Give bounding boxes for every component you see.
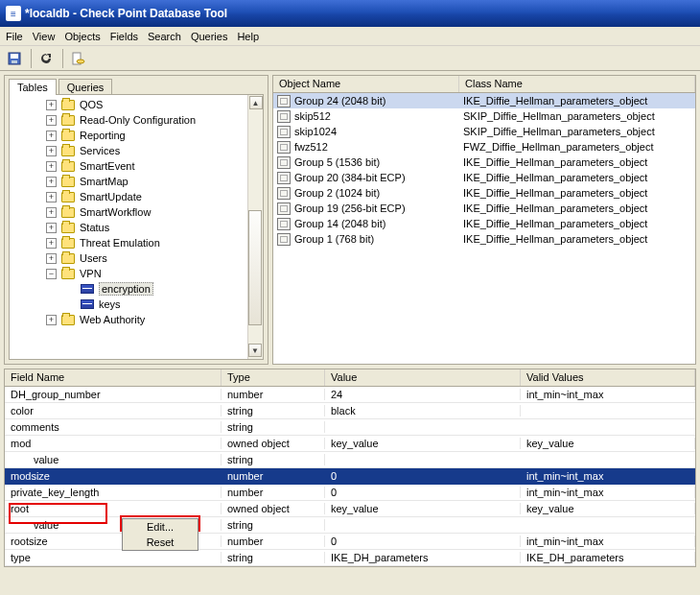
field-grid: Field Name Type Value Valid Values DH_gr… [4, 369, 696, 567]
scroll-down-arrow[interactable]: ▼ [248, 344, 262, 357]
save-button[interactable] [4, 48, 25, 69]
tree-expander[interactable]: − [46, 269, 57, 279]
tree-item[interactable]: +SmartUpdate [12, 189, 261, 204]
tree-item[interactable]: +SmartMap [12, 174, 261, 189]
list-item[interactable]: skip512SKIP_Diffie_Hellman_parameters_ob… [273, 108, 695, 124]
grid-row[interactable]: private_key_lengthnumber0int_min~int_max [5, 485, 695, 501]
menu-queries[interactable]: Queries [191, 31, 228, 42]
tree-expander[interactable]: + [46, 315, 57, 325]
tree-expander[interactable]: + [46, 146, 57, 156]
list-item[interactable]: Group 19 (256-bit ECP)IKE_Diffie_Hellman… [273, 201, 695, 216]
tree-item[interactable]: +SmartEvent [12, 158, 261, 174]
value-cell: 0 [325, 536, 521, 547]
col-field-name[interactable]: Field Name [5, 369, 222, 386]
tree-item[interactable]: +SmartWorkflow [12, 204, 261, 220]
tree-expander[interactable]: + [46, 253, 57, 264]
tree-item[interactable]: +Status [12, 220, 261, 235]
list-item[interactable]: Group 14 (2048 bit)IKE_Diffie_Hellman_pa… [273, 216, 695, 231]
tree-item-label: Users [80, 252, 107, 264]
value-cell: black [325, 405, 521, 416]
refresh-button[interactable] [35, 48, 57, 69]
tree-item[interactable]: +Read-Only Configuration [12, 112, 261, 128]
list-item[interactable]: Group 2 (1024 bit)IKE_Diffie_Hellman_par… [273, 185, 695, 201]
ctx-reset[interactable]: Reset [123, 535, 198, 550]
grid-row[interactable]: modsizenumber0int_min~int_max [5, 468, 695, 485]
col-value[interactable]: Value [325, 369, 521, 386]
class-name-cell: IKE_Diffie_Hellman_parameters_object [459, 172, 695, 183]
left-panel: Tables Queries +QOS+Read-Only Configurat… [4, 75, 268, 365]
list-item[interactable]: Group 24 (2048 bit)IKE_Diffie_Hellman_pa… [273, 93, 695, 108]
grid-row[interactable]: rootowned objectkey_valuekey_value [5, 501, 695, 517]
tree-item[interactable]: +QOS [12, 97, 261, 112]
grid-row[interactable]: rootsizenumber0int_min~int_max [5, 534, 695, 550]
menu-search[interactable]: Search [148, 31, 181, 42]
value-cell: IKE_DH_parameters [325, 552, 521, 563]
tree-item[interactable]: −VPN [12, 266, 261, 281]
folder-icon [60, 190, 76, 203]
menu-file[interactable]: File [6, 31, 23, 42]
tree-item[interactable]: +Services [12, 143, 261, 158]
object-list[interactable]: Group 24 (2048 bit)IKE_Diffie_Hellman_pa… [273, 93, 695, 364]
tree-item[interactable]: +Web Authority [12, 312, 261, 327]
tree-expander[interactable]: + [46, 115, 57, 126]
list-item[interactable]: fwz512FWZ_Diffie_Hellman_parameters_obje… [273, 139, 695, 155]
scroll-up-arrow[interactable]: ▲ [249, 96, 263, 109]
ctx-edit[interactable]: Edit... [123, 519, 198, 535]
col-valid-values[interactable]: Valid Values [521, 369, 695, 386]
object-name-cell: Group 19 (256-bit ECP) [273, 202, 459, 215]
value-cell: 0 [325, 487, 521, 498]
grid-row[interactable]: modowned objectkey_valuekey_value [5, 436, 695, 452]
tree-item[interactable]: +Threat Emulation [12, 235, 261, 250]
col-object-name[interactable]: Object Name [273, 76, 459, 92]
scroll-thumb[interactable] [248, 210, 262, 325]
tree-expander[interactable]: + [46, 192, 57, 202]
menu-help[interactable]: Help [237, 31, 259, 42]
grid-row[interactable]: colorstringblack [5, 403, 695, 419]
tree-item[interactable]: +Reporting [12, 128, 261, 143]
key-icon [80, 298, 95, 311]
type-cell: number [222, 536, 325, 547]
list-item[interactable]: Group 20 (384-bit ECP)IKE_Diffie_Hellman… [273, 170, 695, 185]
col-type[interactable]: Type [222, 369, 325, 386]
grid-row[interactable]: valuestring [5, 452, 695, 468]
field-name-cell: DH_group_number [5, 389, 222, 400]
list-item[interactable]: skip1024SKIP_Diffie_Hellman_parameters_o… [273, 124, 695, 139]
type-cell: owned object [222, 438, 325, 449]
grid-row[interactable]: commentsstring [5, 419, 695, 436]
tree-item[interactable]: +Users [12, 250, 261, 266]
tree-item[interactable]: keys [12, 297, 261, 312]
field-name-cell: value [5, 454, 222, 465]
tree-item[interactable]: encryption [12, 281, 261, 297]
tree-expander[interactable]: + [46, 207, 57, 218]
tab-queries[interactable]: Queries [58, 79, 113, 95]
tree-scrollbar[interactable]: ▲ ▼ [247, 95, 263, 359]
tree-expander[interactable]: + [46, 177, 57, 187]
tree-view[interactable]: +QOS+Read-Only Configuration+Reporting+S… [9, 94, 264, 360]
grid-row[interactable]: DH_group_numbernumber24int_min~int_max [5, 387, 695, 403]
class-name-cell: IKE_Diffie_Hellman_parameters_object [459, 187, 695, 199]
class-name-cell: IKE_Diffie_Hellman_parameters_object [459, 233, 695, 245]
file-db-button[interactable] [67, 48, 88, 69]
tree-expander[interactable]: + [46, 100, 57, 110]
col-class-name[interactable]: Class Name [459, 76, 695, 92]
tree-expander[interactable]: + [46, 161, 57, 172]
tab-tables[interactable]: Tables [9, 79, 57, 95]
object-name-cell: Group 1 (768 bit) [273, 233, 459, 246]
menu-fields[interactable]: Fields [110, 31, 138, 42]
valid-values-cell: key_value [521, 503, 695, 514]
object-name-cell: skip512 [273, 110, 459, 123]
folder-icon [60, 98, 76, 111]
list-item[interactable]: Group 5 (1536 bit)IKE_Diffie_Hellman_par… [273, 155, 695, 170]
field-name-cell: private_key_length [5, 487, 222, 498]
grid-row[interactable]: typestringIKE_DH_parametersIKE_DH_parame… [5, 550, 695, 566]
menu-view[interactable]: View [33, 31, 56, 42]
tree-expander[interactable]: + [46, 223, 57, 233]
grid-body[interactable]: DH_group_numbernumber24int_min~int_maxco… [5, 387, 695, 566]
tree-expander[interactable]: + [46, 131, 57, 141]
menu-objects[interactable]: Objects [64, 31, 100, 42]
grid-row[interactable]: valuestring [5, 517, 695, 534]
file-db-icon [70, 51, 85, 66]
object-name-cell: skip1024 [273, 126, 459, 138]
list-item[interactable]: Group 1 (768 bit)IKE_Diffie_Hellman_para… [273, 231, 695, 247]
tree-expander[interactable]: + [46, 238, 57, 249]
